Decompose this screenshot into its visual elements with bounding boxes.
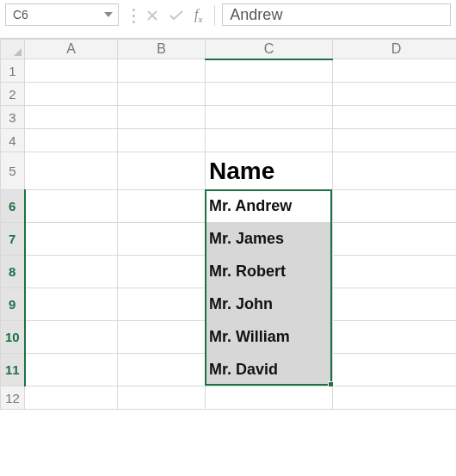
cell-A12[interactable] [25,386,118,410]
cell-C9[interactable]: Mr. John [206,288,333,321]
row-1: 1 [1,59,457,83]
row-label: 4 [9,133,15,148]
row-4: 4 [1,129,457,152]
cancel-icon[interactable] [146,9,158,22]
cell-D12[interactable] [333,386,457,410]
cell-B7[interactable] [118,223,206,256]
cell-A10[interactable] [25,321,118,354]
grid[interactable]: A B C D 1 2 3 4 [0,39,456,410]
row-6: 6 Mr. Andrew [1,190,457,223]
row-10: 10 Mr. William [1,321,457,354]
cell-C8[interactable]: Mr. Robert [206,256,333,288]
cell-A1[interactable] [25,59,118,83]
cell-A11[interactable] [25,354,118,386]
cell-B11[interactable] [118,354,206,386]
row-2: 2 [1,83,457,106]
cell-A4[interactable] [25,129,118,152]
row-label: 3 [9,110,15,125]
row-header-6[interactable]: 6 [1,190,25,223]
name-box-value: C6 [13,8,28,22]
row-7: 7 Mr. James [1,223,457,256]
cell-A7[interactable] [25,223,118,256]
cell-C4[interactable] [206,129,333,152]
separator [214,5,215,26]
cell-B5[interactable] [118,152,206,190]
cell-D4[interactable] [333,129,457,152]
cell-A8[interactable] [25,256,118,288]
cell-C2[interactable] [206,83,333,106]
row-header-4[interactable]: 4 [1,129,25,152]
row-header-7[interactable]: 7 [1,223,25,256]
row-header-3[interactable]: 3 [1,106,25,129]
row-header-1[interactable]: 1 [1,59,25,83]
cell-B1[interactable] [118,59,206,83]
cell-B4[interactable] [118,129,206,152]
cell-value: Mr. David [206,354,332,386]
row-header-9[interactable]: 9 [1,288,25,321]
select-all-corner[interactable] [1,40,25,59]
cell-C7[interactable]: Mr. James [206,223,333,256]
cell-C3[interactable] [206,106,333,129]
column-header-A[interactable]: A [25,40,118,59]
cell-C10[interactable]: Mr. William [206,321,333,354]
chevron-down-icon[interactable] [104,12,113,17]
cell-B2[interactable] [118,83,206,106]
cell-D10[interactable] [333,321,457,354]
row-header-12[interactable]: 12 [1,386,25,410]
drag-handle-icon[interactable] [131,8,136,23]
cell-B9[interactable] [118,288,206,321]
cell-D6[interactable] [333,190,457,223]
formula-input-value: Andrew [230,6,282,24]
column-header-D[interactable]: D [333,40,457,59]
column-label: D [391,41,402,56]
worksheet: A B C D 1 2 3 4 [0,39,456,410]
cell-A9[interactable] [25,288,118,321]
cell-D1[interactable] [333,59,457,83]
cell-D11[interactable] [333,354,457,386]
row-label: 12 [5,391,20,405]
row-3: 3 [1,106,457,129]
row-header-10[interactable]: 10 [1,321,25,354]
cell-A6[interactable] [25,190,118,223]
row-header-5[interactable]: 5 [1,152,25,190]
cell-D8[interactable] [333,256,457,288]
column-label: A [66,41,76,56]
row-5: 5 Name [1,152,457,190]
fx-icon[interactable]: fx [194,7,202,24]
formula-bar: C6 fx Andrew [0,0,456,28]
cell-B10[interactable] [118,321,206,354]
column-header-B[interactable]: B [118,40,206,59]
cell-C12[interactable] [206,386,333,410]
cell-B3[interactable] [118,106,206,129]
row-label: 5 [9,164,15,178]
formula-input[interactable]: Andrew [222,3,451,26]
name-box[interactable]: C6 [5,3,119,26]
cell-B12[interactable] [118,386,206,410]
cell-A2[interactable] [25,83,118,106]
row-header-8[interactable]: 8 [1,256,25,288]
row-label: 11 [5,362,20,377]
row-header-11[interactable]: 11 [1,354,25,386]
cell-C11[interactable]: Mr. David [206,354,333,386]
cell-C6[interactable]: Mr. Andrew [206,190,333,223]
row-11: 11 Mr. David [1,354,457,386]
cell-A5[interactable] [25,152,118,190]
cell-C5[interactable]: Name [206,152,333,190]
cell-D5[interactable] [333,152,457,190]
row-label: 2 [9,87,15,102]
confirm-icon[interactable] [169,9,184,22]
cell-D9[interactable] [333,288,457,321]
row-label: 7 [9,232,15,246]
row-label: 1 [9,64,15,78]
cell-B8[interactable] [118,256,206,288]
cell-C1[interactable] [206,59,333,83]
row-12: 12 [1,386,457,410]
cell-A3[interactable] [25,106,118,129]
column-header-C[interactable]: C [206,40,333,59]
formula-controls: fx [126,3,207,28]
cell-D7[interactable] [333,223,457,256]
cell-B6[interactable] [118,190,206,223]
row-header-2[interactable]: 2 [1,83,25,106]
cell-D3[interactable] [333,106,457,129]
cell-D2[interactable] [333,83,457,106]
